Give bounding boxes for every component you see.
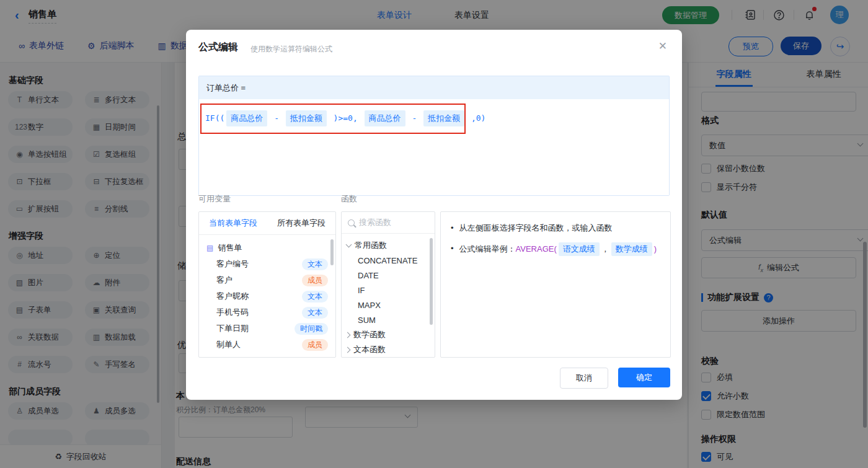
function-group[interactable]: 文本函数 xyxy=(342,342,435,357)
formula-text: )>=0, xyxy=(329,113,363,123)
function-item-mapx[interactable]: MAPX xyxy=(342,298,435,312)
function-group[interactable]: 数学函数 xyxy=(342,327,435,342)
formula-block: 订单总价 = IF((商品总价 - 抵扣金额 )>=0, 商品总价 - 抵扣金额… xyxy=(198,76,670,196)
functions-panel: 搜索函数 常用函数CONCATENATEDATEIFMAPXSUM数学函数文本函… xyxy=(341,211,435,358)
variables-scrollbar[interactable] xyxy=(330,239,334,265)
dialog-subtitle: 使用数学运算符编辑公式 xyxy=(250,44,332,55)
variable-row[interactable]: 下单日期时间戳 xyxy=(199,320,335,337)
example-chip: 语文成绩 xyxy=(559,242,600,256)
example-chip: 数学成绩 xyxy=(611,242,652,256)
variable-type-badge: 成员 xyxy=(302,275,328,286)
tab-current-form-fields[interactable]: 当前表单字段 xyxy=(199,212,267,234)
function-group-label: 数学函数 xyxy=(353,329,386,340)
formula-field-chip[interactable]: 商品总价 xyxy=(226,110,267,126)
formula-field-chip[interactable]: 抵扣金额 xyxy=(423,110,464,126)
variables-panel: 当前表单字段 所有表单字段 ▤销售单客户编号文本客户成员客户昵称文本手机号码文本… xyxy=(198,211,336,358)
example-prefix: 公式编辑举例： xyxy=(459,244,516,254)
formula-text: IF(( xyxy=(205,113,224,123)
variable-name: 客户昵称 xyxy=(216,291,249,302)
variable-type-badge: 文本 xyxy=(302,291,328,302)
variable-name: 手机号码 xyxy=(216,307,249,318)
functions-scrollbar[interactable] xyxy=(430,238,433,325)
function-group-label: 常用函数 xyxy=(355,240,387,251)
dialog-title: 公式编辑 xyxy=(198,41,238,54)
formula-edit-dialog: 公式编辑 使用数学运算符编辑公式 ✕ 订单总价 = IF((商品总价 - 抵扣金… xyxy=(186,30,682,400)
formula-text: ,0) xyxy=(466,113,485,123)
variable-root-label: 销售单 xyxy=(218,242,242,254)
chevron-right-icon xyxy=(345,347,351,353)
example-function: AVERAGE( xyxy=(516,244,557,254)
variable-type-badge: 时间戳 xyxy=(294,323,328,335)
variable-name: 客户 xyxy=(216,275,232,286)
variable-name: 下单日期 xyxy=(216,323,249,334)
tip-text: 从左侧面板选择字段名和函数，或输入函数 xyxy=(459,222,613,234)
variable-row[interactable]: 客户昵称文本 xyxy=(199,288,335,304)
variable-type-badge: 成员 xyxy=(302,339,328,351)
chevron-down-icon xyxy=(346,242,352,248)
confirm-button[interactable]: 确定 xyxy=(618,368,670,387)
tip-item: • 从左侧面板选择字段名和函数，或输入函数 xyxy=(451,222,660,234)
cancel-button[interactable]: 取消 xyxy=(560,368,608,389)
formula-help-panel: • 从左侧面板选择字段名和函数，或输入函数 • 公式编辑举例：AVERAGE(语… xyxy=(440,211,671,358)
function-item-sum[interactable]: SUM xyxy=(342,312,435,327)
formula-target-label: 订单总价 = xyxy=(199,76,669,99)
function-item-concatenate[interactable]: CONCATENATE xyxy=(342,253,435,268)
tab-all-form-fields[interactable]: 所有表单字段 xyxy=(267,212,335,234)
function-group-label: 文本函数 xyxy=(353,344,386,355)
variable-row[interactable]: 客户成员 xyxy=(199,272,335,288)
variable-name: 客户编号 xyxy=(216,258,249,270)
function-search-input[interactable]: 搜索函数 xyxy=(342,212,435,234)
variable-type-badge: 文本 xyxy=(302,258,328,270)
variables-label: 可用变量 xyxy=(198,193,231,205)
function-group[interactable]: 常用函数 xyxy=(342,238,435,253)
formula-text: - xyxy=(269,113,283,123)
formula-field-chip[interactable]: 商品总价 xyxy=(365,110,405,126)
variable-row[interactable]: 客户编号文本 xyxy=(199,256,335,272)
doc-icon: ▤ xyxy=(206,244,213,252)
bullet: • xyxy=(451,222,454,234)
example-suffix: ) xyxy=(654,244,657,254)
variable-row[interactable]: 制单人成员 xyxy=(199,337,335,353)
variable-type-badge: 文本 xyxy=(302,307,328,319)
chevron-right-icon xyxy=(345,332,351,338)
variable-root-node[interactable]: ▤销售单 xyxy=(199,240,335,256)
formula-text: - xyxy=(407,113,422,123)
search-placeholder: 搜索函数 xyxy=(359,217,391,228)
close-icon[interactable]: ✕ xyxy=(658,40,667,53)
tip-example: 公式编辑举例：AVERAGE(语文成绩，数学成绩) xyxy=(459,242,657,256)
tip-item: • 公式编辑举例：AVERAGE(语文成绩，数学成绩) xyxy=(451,242,660,256)
formula-field-chip[interactable]: 抵扣金额 xyxy=(286,110,327,126)
functions-label: 函数 xyxy=(341,193,357,205)
search-icon xyxy=(348,219,355,226)
variable-name: 制单人 xyxy=(216,339,241,350)
function-item-if[interactable]: IF xyxy=(342,283,435,298)
function-item-date[interactable]: DATE xyxy=(342,268,435,283)
variable-row[interactable]: 手机号码文本 xyxy=(199,304,335,320)
example-separator: ， xyxy=(601,244,609,254)
bullet: • xyxy=(451,242,454,255)
formula-editor[interactable]: IF((商品总价 - 抵扣金额 )>=0, 商品总价 - 抵扣金额 ,0) xyxy=(199,99,669,195)
